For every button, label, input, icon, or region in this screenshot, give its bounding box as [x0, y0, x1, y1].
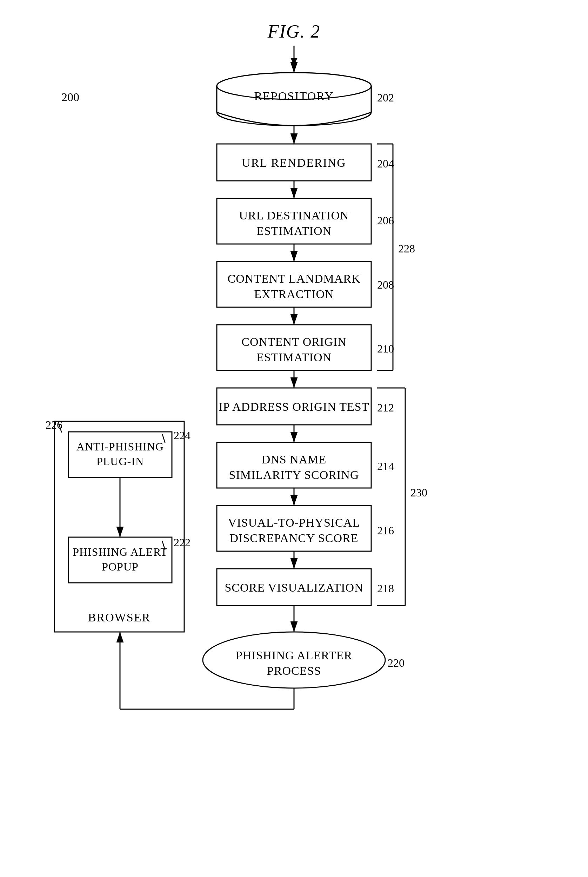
- svg-rect-17: [217, 325, 371, 370]
- ref-220: 220: [388, 656, 405, 669]
- url-rendering-label: URL RENDERING: [217, 156, 371, 170]
- ref-214: 214: [377, 460, 394, 473]
- svg-rect-19: [217, 388, 371, 425]
- svg-point-8: [217, 73, 371, 99]
- svg-rect-11: [217, 144, 371, 181]
- diagram-svg: [0, 0, 588, 877]
- ref-226: 226: [46, 418, 63, 432]
- svg-rect-5: [217, 86, 371, 112]
- dns-name-label: DNS NAMESIMILARITY SCORING: [217, 452, 371, 483]
- ref-228: 228: [398, 242, 415, 255]
- content-origin-label: CONTENT ORIGINESTIMATION: [217, 334, 371, 365]
- ref-200: 200: [62, 90, 79, 104]
- visual-physical-label: VISUAL-TO-PHYSICALDISCREPANCY SCORE: [217, 515, 371, 546]
- repository-label: REPOSITORY: [217, 90, 371, 103]
- ip-address-label: IP ADDRESS ORIGIN TEST: [217, 400, 371, 414]
- ref-206: 206: [377, 214, 394, 227]
- svg-rect-29: [68, 432, 172, 477]
- ref-202: 202: [377, 91, 394, 104]
- svg-rect-13: [217, 199, 371, 244]
- ref-208: 208: [377, 278, 394, 292]
- anti-phishing-label: ANTI-PHISHINGPLUG-IN: [68, 439, 172, 469]
- svg-rect-28: [54, 421, 184, 632]
- score-viz-label: SCORE VISUALIZATION: [217, 581, 371, 594]
- figure-title: FIG. 2: [0, 0, 588, 42]
- ref-224: 224: [174, 429, 190, 442]
- phishing-alerter-label: PHISHING ALERTERPROCESS: [203, 648, 385, 678]
- browser-label: BROWSER: [54, 611, 184, 624]
- page: FIG. 2: [0, 0, 588, 877]
- svg-rect-30: [68, 537, 172, 583]
- ref-216: 216: [377, 524, 394, 537]
- content-landmark-label: CONTENT LANDMARKEXTRACTION: [217, 271, 371, 302]
- svg-point-4: [217, 99, 371, 126]
- svg-point-27: [203, 632, 385, 688]
- svg-rect-15: [217, 262, 371, 307]
- ref-218: 218: [377, 582, 394, 595]
- ref-230: 230: [411, 486, 428, 499]
- phishing-popup-label: PHISHING ALERTPOPUP: [68, 545, 172, 574]
- svg-marker-42: [291, 58, 297, 65]
- ref-210: 210: [377, 342, 394, 355]
- svg-rect-21: [217, 442, 371, 488]
- ref-212: 212: [377, 401, 394, 414]
- svg-rect-23: [217, 505, 371, 551]
- ref-204: 204: [377, 157, 394, 170]
- url-destination-label: URL DESTINATIONESTIMATION: [217, 208, 371, 239]
- svg-rect-25: [217, 569, 371, 606]
- ref-222: 222: [174, 536, 190, 549]
- svg-point-1: [217, 73, 371, 99]
